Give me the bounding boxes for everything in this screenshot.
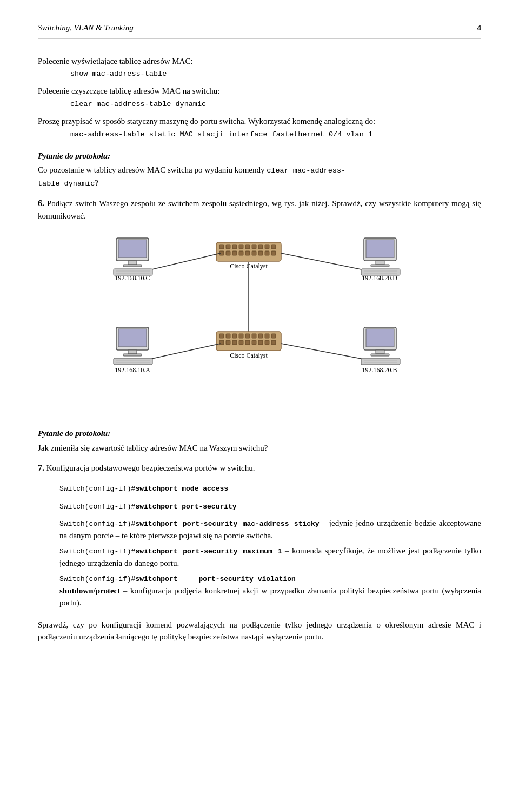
page: Switching, VLAN & Trunking 4 Polecenie w… <box>0 0 519 812</box>
top-left-computer <box>114 238 152 275</box>
cmd2-prefix: Switch(config-if)#switchport port-securi… <box>59 503 237 511</box>
line-bottom-right <box>281 344 361 359</box>
intro-section: Polecenie wyświetlające tablicę adresów … <box>38 55 481 140</box>
cmd5-block: Switch(config-if)#switchport port-securi… <box>59 572 481 609</box>
svg-rect-21 <box>245 251 250 255</box>
svg-rect-14 <box>258 245 263 249</box>
svg-rect-12 <box>245 245 250 249</box>
cmd3-code: Switch(config-if)#switchport port-securi… <box>59 520 320 528</box>
protocol-question-1: Pytanie do protokołu: Co pozostanie w ta… <box>38 150 481 189</box>
svg-rect-13 <box>252 245 256 249</box>
svg-rect-35 <box>226 334 230 338</box>
diagram-svg: 192.168.10.C <box>97 233 422 417</box>
cmd5-desc: – konfiguracja podjęcia konkretnej akcji… <box>59 586 481 608</box>
cmd1-prefix: Switch(config-if)#switchport mode access <box>59 485 228 493</box>
svg-rect-37 <box>239 334 243 338</box>
cmd5-code: Switch(config-if)#switchport port-securi… <box>59 575 296 583</box>
section-7: 7. Konfiguracja podstawowego bezpieczeńs… <box>38 461 481 474</box>
section-6: 6. Podłącz switch Waszego zespołu ze swi… <box>38 197 481 222</box>
clear-mac-label: Polecenie czyszczące tablicę adresów MAC… <box>38 85 481 110</box>
static-assign-label: Proszę przypisać w sposób statyczny masz… <box>38 115 481 140</box>
protocol-q2-label: Pytanie do protokołu: <box>38 427 481 440</box>
svg-rect-25 <box>271 251 276 255</box>
cmd5-bold3: shutdown/protect <box>59 586 120 595</box>
svg-rect-24 <box>265 251 269 255</box>
svg-rect-39 <box>252 334 256 338</box>
protocol-q1-label: Pytanie do protokołu: <box>38 150 481 162</box>
svg-rect-48 <box>252 340 256 345</box>
svg-rect-42 <box>271 334 276 338</box>
svg-rect-63 <box>361 358 400 365</box>
bottom-center-switch <box>216 332 281 351</box>
svg-rect-20 <box>239 251 243 255</box>
svg-rect-54 <box>128 350 137 354</box>
svg-rect-18 <box>226 251 230 255</box>
bottom-left-label: 192.168.10.A <box>115 366 150 374</box>
svg-rect-15 <box>265 245 269 249</box>
svg-rect-10 <box>232 245 237 249</box>
bottom-center-label: Cisco Catalyst <box>230 352 268 359</box>
commands-section: Switch(config-if)#switchport mode access… <box>38 482 481 609</box>
top-right-computer <box>361 238 400 275</box>
protocol-question-2: Pytanie do protokołu: Jak zmieniła się z… <box>38 427 481 454</box>
show-mac-command: show mac-address-table <box>70 69 167 80</box>
svg-rect-44 <box>226 340 230 345</box>
svg-rect-60 <box>366 329 394 347</box>
svg-rect-8 <box>219 245 224 249</box>
svg-rect-11 <box>239 245 243 249</box>
svg-rect-29 <box>371 265 389 267</box>
bottom-left-computer <box>114 327 152 365</box>
svg-rect-22 <box>252 251 256 255</box>
cmd4-code: Switch(config-if)#switchport port-securi… <box>59 547 282 556</box>
section-6-title: 6. Podłącz switch Waszego zespołu ze swi… <box>38 197 481 222</box>
svg-rect-46 <box>239 340 243 345</box>
clear-mac-command: clear mac-address-table dynamic <box>70 99 206 110</box>
svg-rect-3 <box>123 265 142 267</box>
section-7-title: 7. Konfiguracja podstawowego bezpieczeńs… <box>38 461 481 474</box>
svg-rect-49 <box>258 340 263 345</box>
svg-rect-36 <box>232 334 237 338</box>
svg-rect-1 <box>118 240 147 258</box>
svg-rect-23 <box>258 251 263 255</box>
top-right-label: 192.168.20.D <box>362 274 397 282</box>
svg-rect-62 <box>371 354 389 356</box>
svg-rect-56 <box>114 358 152 365</box>
cmd3-block: Switch(config-if)#switchport port-securi… <box>59 517 481 542</box>
page-header: Switching, VLAN & Trunking 4 <box>38 22 481 39</box>
cmd1-block: Switch(config-if)#switchport mode access <box>59 482 481 494</box>
svg-rect-61 <box>376 350 384 354</box>
protocol-q2-text: Jak zmieniła się zawartość tablicy adres… <box>38 442 481 454</box>
svg-rect-47 <box>245 340 250 345</box>
svg-rect-34 <box>219 334 224 338</box>
svg-rect-9 <box>226 245 230 249</box>
network-diagram: 192.168.10.C <box>97 233 422 417</box>
line-bottom-left <box>152 344 221 359</box>
show-mac-label: Polecenie wyświetlające tablicę adresów … <box>38 55 481 80</box>
cmd1-bold: switchport mode access <box>135 485 228 493</box>
protocol-q1-text: Co pozostanie w tablicy adresów MAC swit… <box>38 164 481 189</box>
svg-rect-51 <box>271 340 276 345</box>
top-center-switch <box>216 242 281 261</box>
svg-rect-28 <box>376 261 384 265</box>
svg-rect-16 <box>271 245 276 249</box>
header-page-number: 4 <box>477 22 482 34</box>
svg-rect-53 <box>118 329 147 347</box>
svg-rect-55 <box>123 354 142 356</box>
bottom-right-computer <box>361 327 400 365</box>
svg-rect-27 <box>366 240 394 258</box>
svg-rect-19 <box>232 251 237 255</box>
static-mac-command: mac-address-table static MAC_stacji inte… <box>70 129 372 140</box>
svg-rect-38 <box>245 334 250 338</box>
svg-rect-2 <box>128 261 137 265</box>
cmd2-bold: switchport port-security <box>135 503 236 511</box>
cmd2-block: Switch(config-if)#switchport port-securi… <box>59 500 481 512</box>
svg-rect-45 <box>232 340 237 345</box>
line-top-left <box>152 253 221 269</box>
cmd4-block: Switch(config-if)#switchport port-securi… <box>59 545 481 569</box>
bottom-right-label: 192.168.20.B <box>362 366 397 374</box>
footer-text: Sprawdź, czy po konfiguracji komend pozw… <box>38 619 481 643</box>
svg-rect-41 <box>265 334 269 338</box>
header-title: Switching, VLAN & Trunking <box>38 22 134 34</box>
line-top-right <box>281 253 361 269</box>
svg-rect-50 <box>265 340 269 345</box>
